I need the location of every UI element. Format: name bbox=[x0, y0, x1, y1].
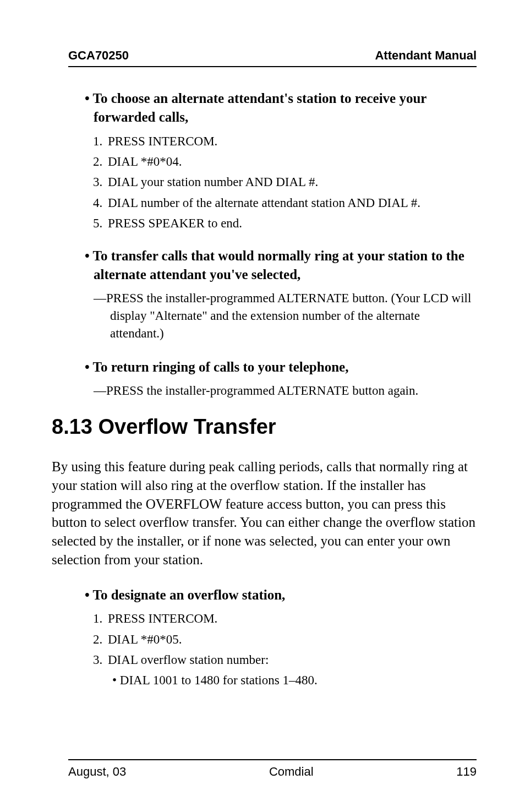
overflow-transfer-paragraph: By using this feature during peak callin… bbox=[52, 457, 477, 569]
page-footer: August, 03 Comdial 119 bbox=[68, 759, 477, 779]
transfer-calls-heading: To transfer calls that would normally ri… bbox=[85, 247, 477, 284]
transfer-calls-action: PRESS the installer-programmed ALTERNATE… bbox=[94, 290, 477, 343]
step-item: DIAL your station number AND DIAL #. bbox=[106, 173, 477, 191]
step-item: DIAL *#0*05. bbox=[106, 630, 477, 648]
step-item: DIAL number of the alternate attendant s… bbox=[106, 194, 477, 212]
footer-center: Comdial bbox=[269, 765, 314, 779]
dial-range-sub-bullet: DIAL 1001 to 1480 for stations 1–480. bbox=[112, 672, 477, 689]
designate-overflow-steps: PRESS INTERCOM. DIAL *#0*05. DIAL overfl… bbox=[106, 609, 477, 669]
return-ringing-heading: To return ringing of calls to your telep… bbox=[85, 358, 477, 377]
header-right: Attendant Manual bbox=[375, 48, 477, 63]
overflow-transfer-title: 8.13 Overflow Transfer bbox=[52, 415, 477, 439]
footer-rule bbox=[68, 759, 477, 760]
step-item: PRESS SPEAKER to end. bbox=[106, 214, 477, 232]
footer-right: 119 bbox=[456, 765, 477, 779]
choose-alternate-steps: PRESS INTERCOM. DIAL *#0*04. DIAL your s… bbox=[106, 132, 477, 233]
return-ringing-action: PRESS the installer-programmed ALTERNATE… bbox=[94, 382, 477, 400]
page-content: To choose an alternate attendant's stati… bbox=[68, 89, 477, 759]
header-left: GCA70250 bbox=[68, 48, 129, 63]
step-item: DIAL *#0*04. bbox=[106, 152, 477, 171]
designate-overflow-heading: To designate an overflow station, bbox=[85, 586, 477, 604]
step-item: PRESS INTERCOM. bbox=[106, 132, 477, 150]
footer-left: August, 03 bbox=[68, 765, 126, 779]
step-item: PRESS INTERCOM. bbox=[106, 609, 477, 628]
page-header: GCA70250 Attendant Manual bbox=[68, 48, 477, 67]
choose-alternate-heading: To choose an alternate attendant's stati… bbox=[85, 89, 477, 127]
step-item: DIAL overflow station number: bbox=[106, 651, 477, 669]
